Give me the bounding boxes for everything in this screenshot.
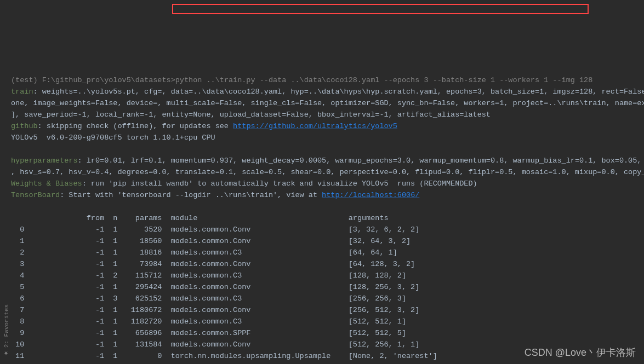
train-label: train (11, 88, 33, 96)
tensorboard-text: : Start with 'tensorboard --logdir ..\ru… (60, 191, 322, 199)
tensorboard-label: TensorBoard (11, 191, 60, 199)
table-row: 9 -1 1 656896 models.common.SPPF [512, 5… (11, 329, 406, 337)
table-row: 0 -1 1 3520 models.common.Conv [3, 32, 6… (11, 226, 419, 234)
table-row: 10 -1 1 131584 models.common.Conv [512, … (11, 340, 419, 349)
favorites-label: 2: Favorites (1, 304, 13, 348)
wandb-label: Weights & Biases (11, 180, 82, 188)
table-row: 5 -1 1 295424 models.common.Conv [128, 2… (11, 283, 419, 291)
table-row: 7 -1 1 1180672 models.common.Conv [256, … (11, 306, 419, 314)
favorites-tab[interactable]: ★ 2: Favorites (1, 304, 13, 359)
github-text: : skipping check (offline), for updates … (38, 122, 233, 130)
hyper-text-1: : lr0=0.01, lrf=0.1, momentum=0.937, wei… (78, 157, 644, 165)
train-params-3: ], save_period=-1, local_rank=-1, entity… (11, 111, 491, 119)
table-row: 3 -1 1 73984 models.common.Conv [64, 128… (11, 260, 415, 268)
table-row: 2 -1 1 18816 models.common.C3 [64, 64, 1… (11, 249, 397, 257)
wandb-text: : run 'pip install wandb' to automatical… (82, 180, 477, 188)
train-params-2: one, image_weights=False, device=, multi… (11, 99, 644, 107)
train-params-1: : weights=..\yolov5s.pt, cfg=, data=..\d… (33, 88, 644, 96)
yolo-version: YOLOv5 v6.0-200-g9708cf5 torch 1.10.1+cp… (11, 134, 215, 142)
table-row: 1 -1 1 18560 models.common.Conv [32, 64,… (11, 237, 411, 245)
hyperparameters-label: hyperparameters (11, 157, 78, 165)
terminal-prompt: (test) F:\github_pro\yolov5\datasets> (11, 76, 175, 84)
watermark-text: CSDN @Love丶伊卡洛斯 (525, 347, 636, 359)
command-text: python ..\train.py --data ..\data\coco12… (175, 76, 593, 84)
table-row: 6 -1 3 625152 models.common.C3 [256, 256… (11, 294, 406, 303)
star-icon: ★ (1, 350, 13, 359)
tensorboard-link[interactable]: http://localhost:6006/ (322, 191, 419, 199)
table-row: 4 -1 2 115712 models.common.C3 [128, 128… (11, 271, 406, 280)
command-highlight-box (172, 4, 589, 14)
table-row: 11 -1 1 0 torch.nn.modules.upsampling.Up… (11, 352, 437, 360)
table-row: 8 -1 1 1182720 models.common.C3 [512, 51… (11, 317, 406, 326)
github-link[interactable]: https://github.com/ultralytics/yolov5 (233, 122, 397, 130)
github-label: github (11, 122, 38, 130)
table-header: from n params module arguments (11, 214, 389, 222)
hyper-text-2: , hsv_s=0.7, hsv_v=0.4, degrees=0.0, tra… (11, 168, 644, 176)
